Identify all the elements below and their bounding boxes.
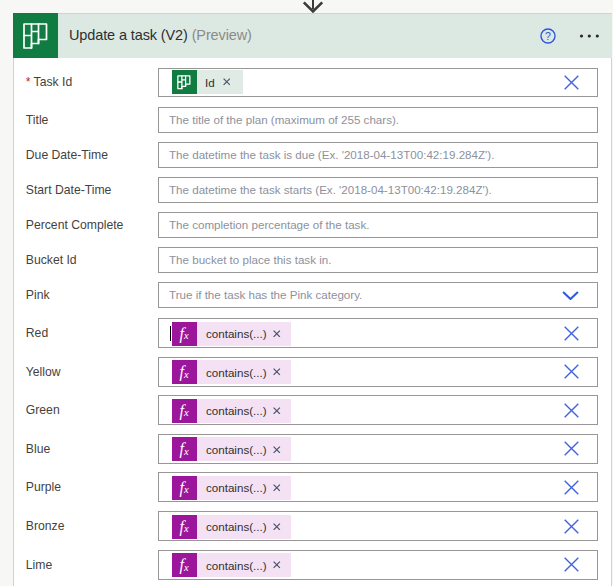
svg-text:?: ? (545, 30, 551, 42)
